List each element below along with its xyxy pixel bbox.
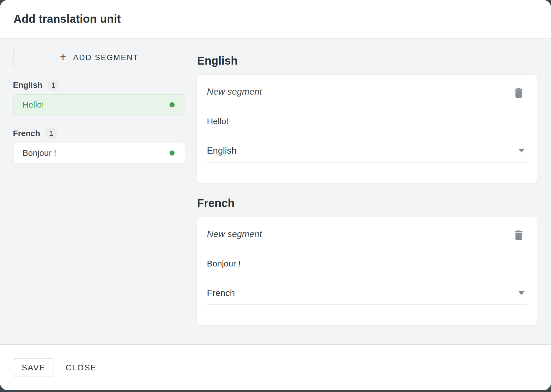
segment-editor: English New segment Hello! English Frenc… (197, 48, 538, 344)
section-heading-english: English (197, 54, 538, 67)
segment-count-badge: 1 (45, 127, 57, 139)
status-dot-icon (170, 102, 175, 107)
language-select-value: French (207, 288, 235, 298)
segment-card-french: New segment Bonjour ! French (197, 217, 538, 325)
dialog-footer: SAVE CLOSE (0, 344, 551, 390)
segment-chip-english[interactable]: Hello! (13, 94, 185, 115)
chevron-down-icon (518, 149, 525, 152)
language-group-header-french: French 1 (13, 127, 185, 139)
segments-sidebar: + ADD SEGMENT English 1 Hello! French 1 … (13, 48, 185, 344)
dialog-body: + ADD SEGMENT English 1 Hello! French 1 … (0, 38, 551, 344)
segment-chip-french[interactable]: Bonjour ! (13, 143, 185, 163)
add-segment-label: ADD SEGMENT (73, 53, 139, 62)
dialog-title: Add translation unit (13, 13, 121, 25)
card-top-row: New segment (207, 228, 527, 242)
trash-icon (512, 229, 525, 242)
segment-text-input[interactable]: Bonjour ! (207, 258, 527, 269)
add-translation-unit-dialog: Add translation unit + ADD SEGMENT Engli… (0, 0, 551, 390)
delete-segment-button[interactable] (512, 86, 525, 99)
status-dot-icon (170, 151, 175, 156)
segment-count-badge: 1 (48, 79, 59, 91)
language-select[interactable]: French (207, 288, 527, 305)
section-heading-french: French (197, 197, 538, 209)
segment-text-input[interactable]: Hello! (207, 116, 527, 127)
language-group-header-english: English 1 (13, 79, 185, 91)
dialog-header: Add translation unit (0, 0, 551, 38)
trash-icon (512, 86, 525, 99)
language-group-label: French (13, 129, 40, 138)
chevron-down-icon (518, 291, 525, 295)
new-segment-label: New segment (207, 228, 262, 240)
segment-chip-text: Bonjour ! (22, 148, 56, 158)
segment-chip-text: Hello! (22, 100, 44, 110)
new-segment-label: New segment (207, 86, 262, 97)
add-segment-button[interactable]: + ADD SEGMENT (13, 48, 185, 67)
plus-icon: + (60, 51, 67, 63)
language-select-value: English (207, 145, 236, 156)
language-select[interactable]: English (207, 145, 527, 163)
close-button[interactable]: CLOSE (63, 358, 99, 377)
language-group-label: English (13, 81, 42, 90)
save-button[interactable]: SAVE (14, 358, 53, 377)
segment-card-english: New segment Hello! English (197, 74, 538, 183)
card-top-row: New segment (207, 86, 527, 99)
delete-segment-button[interactable] (512, 229, 525, 242)
